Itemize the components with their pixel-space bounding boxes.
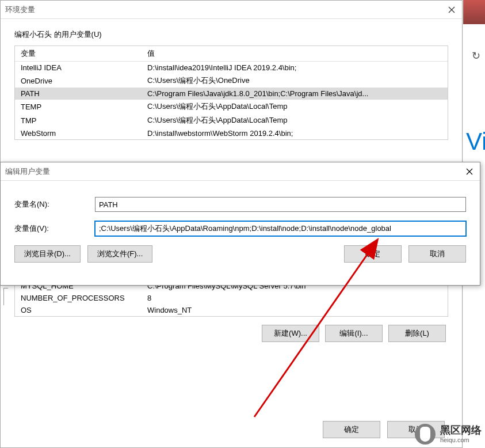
close-icon[interactable] — [464, 166, 475, 177]
table-row-selected[interactable]: PATHC:\Program Files\Java\jdk1.8.0_201\b… — [15, 88, 448, 100]
table-row[interactable]: TMPC:\Users\编程小石头\AppData\Local\Temp — [15, 113, 448, 127]
border-stub — [3, 288, 8, 305]
dialog-title: 编辑用户变量 — [5, 166, 50, 177]
table-row[interactable]: OneDriveC:\Users\编程小石头\OneDrive — [15, 74, 448, 88]
table-row[interactable]: NUMBER_OF_PROCESSORS8 — [15, 292, 448, 304]
refresh-icon[interactable]: ↻ — [472, 50, 480, 62]
bg-image-strip — [463, 0, 485, 24]
main-titlebar: 环境变量 — [1, 1, 462, 19]
bg-vi-text: Vi — [466, 128, 485, 155]
browse-file-button[interactable]: 浏览文件(F)... — [87, 245, 152, 263]
watermark-cn: 黑区网络 — [440, 424, 482, 437]
table-row[interactable]: TEMPC:\Users\编程小石头\AppData\Local\Temp — [15, 100, 448, 113]
var-name-label: 变量名(N): — [14, 199, 95, 210]
table-row[interactable]: WebStormD:\install\webstorm\WebStorm 201… — [15, 127, 448, 139]
dialog-titlebar: 编辑用户变量 — [1, 162, 480, 181]
user-vars-label: 编程小石头 的用户变量(U) — [14, 29, 448, 40]
ok-button[interactable]: 确定 — [323, 421, 380, 438]
watermark-logo-icon — [415, 424, 436, 445]
col-value[interactable]: 值 — [142, 46, 448, 62]
watermark: 黑区网络 heiqu.com — [415, 424, 482, 445]
edit-var-dialog: 编辑用户变量 变量名(N): 变量值(V): 浏览目录(D)... 浏览文件(F… — [0, 162, 480, 286]
browse-dir-button[interactable]: 浏览目录(D)... — [14, 245, 81, 263]
table-row[interactable]: OSWindows_NT — [15, 304, 448, 316]
watermark-en: heiqu.com — [440, 436, 482, 444]
edit-sys-button[interactable]: 编辑(I)... — [325, 325, 383, 342]
var-value-input[interactable] — [95, 221, 466, 236]
delete-sys-button[interactable]: 删除(L) — [388, 325, 446, 342]
col-variable[interactable]: 变量 — [15, 46, 142, 62]
dialog-cancel-button[interactable]: 取消 — [408, 245, 466, 263]
var-value-label: 变量值(V): — [14, 223, 95, 234]
close-icon[interactable] — [446, 4, 457, 16]
new-sys-button[interactable]: 新建(W)... — [262, 325, 319, 342]
var-name-input[interactable] — [95, 197, 466, 212]
table-row[interactable]: IntelliJ IDEAD:\install\idea2019\Intelli… — [15, 62, 448, 74]
user-vars-table[interactable]: 变量 值 IntelliJ IDEAD:\install\idea2019\In… — [14, 45, 448, 140]
dialog-ok-button[interactable]: 确定 — [344, 245, 402, 263]
main-title: 环境变量 — [5, 5, 35, 15]
